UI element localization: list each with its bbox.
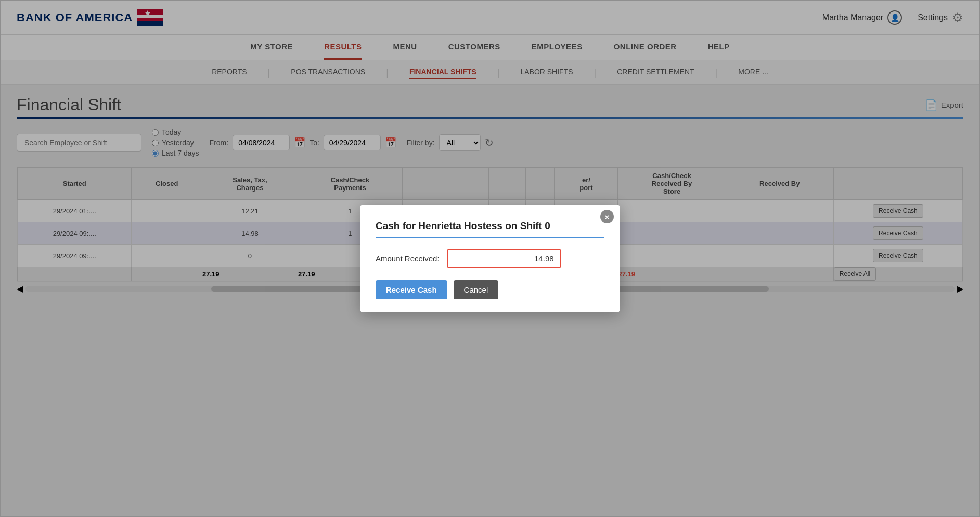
- modal-box: Cash for Henrietta Hostess on Shift 0 × …: [360, 205, 620, 312]
- modal-overlay: Cash for Henrietta Hostess on Shift 0 × …: [0, 0, 980, 517]
- modal-receive-cash-button[interactable]: Receive Cash: [376, 280, 447, 299]
- close-icon: ×: [605, 212, 610, 221]
- modal-cancel-button[interactable]: Cancel: [454, 280, 499, 299]
- amount-label: Amount Received:: [376, 254, 440, 263]
- modal-title: Cash for Henrietta Hostess on Shift 0: [376, 220, 604, 238]
- amount-input[interactable]: [447, 249, 561, 268]
- modal-buttons: Receive Cash Cancel: [376, 280, 604, 299]
- modal-field-row: Amount Received:: [376, 249, 604, 268]
- modal-close-button[interactable]: ×: [600, 210, 614, 223]
